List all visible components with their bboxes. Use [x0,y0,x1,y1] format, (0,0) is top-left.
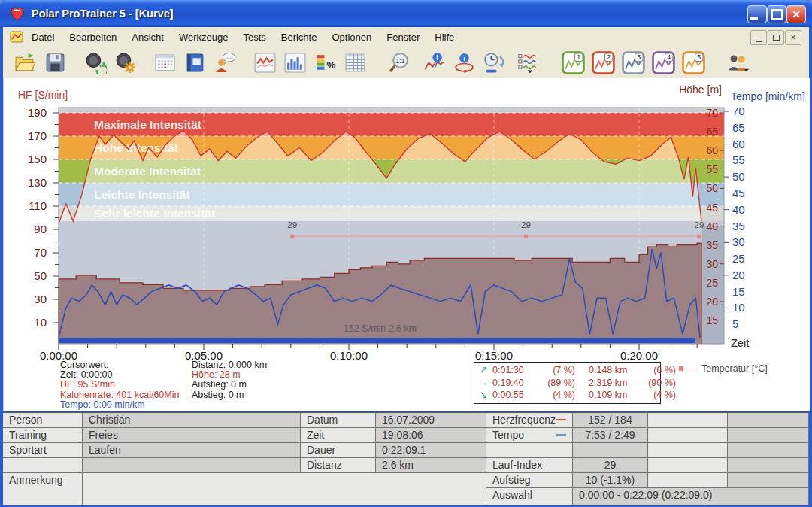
menu-datei[interactable]: Datei [24,29,62,46]
cursor-descent: Abstieg: 0 m [192,390,267,400]
zoom-1to1-button[interactable]: 1:1 [385,48,414,77]
aufstieg-value: 10 (-1.1%) [573,473,648,488]
save-floppy-icon [44,51,67,74]
calendar-button[interactable] [150,48,179,77]
flat-row: → 0:19:40 (89 %) 2.319 km (90 %) [474,377,660,390]
exercise-summary-table: Person Christian Datum 16.07.2009 Herzfr… [3,411,809,505]
lap-info-button[interactable]: i [450,48,478,77]
magnifier-1to1-icon: 1:1 [388,51,411,74]
person-notes-button[interactable] [211,48,239,77]
svg-text:4: 4 [667,53,671,61]
preset-view-1-button[interactable]: 1 [559,48,587,77]
close-button[interactable]: ✕ [786,5,806,23]
aufstieg-label: Aufstieg [486,473,573,488]
dauer-label: Dauer [301,443,376,458]
empty-cell [728,473,809,488]
datum-label: Datum [301,413,376,428]
curve-view-button[interactable] [250,48,279,77]
flat-dist-pct: (90 %) [637,377,676,390]
svg-text:2: 2 [607,53,611,61]
cursor-ascent: Aufstieg: 0 m [192,380,267,390]
flat-dist: 2.319 km [575,377,637,390]
minimize-button[interactable] [747,5,767,23]
anmerkung-value[interactable] [83,473,486,505]
transfer-sync-button[interactable] [80,48,109,77]
preset-5-icon: 5 [682,51,705,74]
menu-werkzeuge[interactable]: Werkzeuge [171,29,236,46]
mdi-restore-button[interactable] [768,30,784,45]
diary-book-icon [183,51,207,74]
altitude-axis-title: Höhe [m] [660,83,722,96]
title-bar[interactable]: Polar ProTrainer 5 - [Kurve] ✕ [0,0,812,27]
curve-chart-icon [253,51,277,74]
minimize-icon [750,17,758,20]
curve-info-button[interactable]: i [420,48,448,77]
cursor-hf: HF: 95 S/min [60,380,179,390]
preset-4-icon: 4 [652,51,675,74]
open-exercise-button[interactable] [11,48,39,77]
auswahl-value: 0:00:00 - 0:22:09 (0:22:09.0) [573,488,809,505]
preset-view-4-button[interactable]: 4 [649,48,677,77]
tempo-label: Tempo [486,428,573,443]
distanz-value: 2.6 km [376,458,486,473]
svg-text:i: i [463,54,465,62]
watch-gear-icon [114,51,137,74]
watch-settings-button[interactable] [111,48,139,77]
empty-cell [728,428,809,443]
menu-tests[interactable]: Tests [235,29,273,46]
uphill-time-pct: (7 %) [536,364,575,377]
menu-ansicht[interactable]: Ansicht [124,29,171,46]
maximize-button[interactable] [767,5,786,23]
data-grid-view-button[interactable] [341,48,369,77]
mdi-restore-icon [773,35,780,41]
training-label: Training [3,428,83,443]
menu-berichte[interactable]: Berichte [274,29,325,46]
app-window: Polar ProTrainer 5 - [Kurve] ✕ Datei Bea… [0,0,812,507]
menu-optionen[interactable]: Optionen [324,29,379,46]
cursor-info: Cursorwert: Zeit: 0:00:00 HF: 95 S/min K… [60,360,179,410]
svg-text:i: i [436,53,438,61]
hf-axis-title: HF [S/min] [18,89,68,101]
preset-1-icon: 1 [562,51,585,74]
menu-hilfe[interactable]: Hilfe [427,29,462,46]
anmerkung-label: Anmerkung [3,473,83,505]
preset-view-5-button[interactable]: 5 [679,48,707,77]
uphill-dist: 0.148 km [575,364,637,377]
downhill-time-pct: (4 %) [536,389,575,402]
temperature-line-icon [671,368,694,370]
person-speech-icon [214,51,237,74]
svg-text:1:1: 1:1 [395,57,404,65]
preset-view-3-button[interactable]: 3 [619,48,647,77]
select-curves-button[interactable] [514,48,543,77]
bar-view-button[interactable] [280,48,309,77]
mdi-close-button[interactable]: × [785,30,801,45]
preset-view-2-button[interactable]: 2 [589,48,617,77]
zones-view-button[interactable]: % [311,48,339,77]
downhill-row: ↘ 0:00:55 (4 %) 0.109 km (4 %) [474,389,660,402]
curve-document-icon [9,29,24,44]
empty-cell [486,443,573,458]
multi-curves-icon [517,51,541,74]
polar-heart-logo-icon [9,6,26,21]
zeit-value: 19:08:06 [376,428,486,443]
menu-fenster[interactable]: Fenster [379,29,427,46]
curve-info-icon: i [423,51,446,74]
sportart-label: Sportart [3,443,83,458]
uphill-arrow-icon: ↗ [474,364,492,377]
lauf-index-label: Lauf-Index [486,458,573,473]
menu-bearbeiten[interactable]: Bearbeiten [62,29,124,46]
select-person-button[interactable] [723,48,752,77]
flat-time: 0:19:40 [492,377,536,390]
sportart-value: Laufen [83,443,301,458]
save-button[interactable] [41,48,69,77]
dauer-value: 0:22:09.1 [376,443,486,458]
empty-cell [648,458,728,473]
downhill-dist-pct: (4 %) [637,389,676,402]
distance-info: Distanz: 0.000 km Höhe: 28 m Aufstieg: 0… [192,360,267,400]
mdi-minimize-icon [756,41,762,42]
lauf-index-value: 29 [573,458,648,473]
time-distance-button[interactable] [480,48,508,77]
training-diary-button[interactable] [180,48,209,77]
downhill-dist: 0.109 km [575,389,637,402]
mdi-minimize-button[interactable] [750,30,767,45]
